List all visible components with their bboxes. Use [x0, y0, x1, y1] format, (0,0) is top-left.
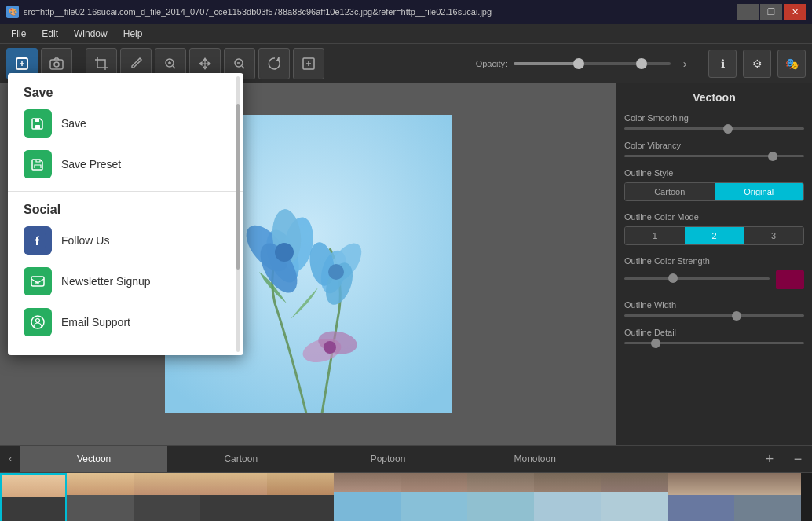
email-label: Email Support — [61, 316, 130, 328]
film-thumb-9 — [534, 473, 601, 521]
svg-rect-6 — [35, 125, 40, 129]
outline-detail-thumb[interactable] — [651, 339, 660, 348]
opacity-thumb-right[interactable] — [636, 58, 647, 69]
outline-mode-2-btn[interactable]: 2 — [685, 227, 744, 244]
tool-btn-export[interactable] — [293, 48, 324, 79]
effects-btn[interactable]: 🎭 — [777, 50, 806, 78]
scrollbar-track — [236, 76, 240, 352]
facebook-icon — [24, 226, 52, 255]
film-item-10[interactable]: Vectoon 10 — [601, 473, 668, 521]
email-icon — [24, 308, 52, 336]
outline-detail-label: Outline Detail — [624, 328, 804, 337]
toolbar-separator-1 — [79, 52, 79, 75]
color-vibrancy-thumb[interactable] — [768, 152, 777, 161]
save-item[interactable]: Save — [8, 103, 243, 144]
follow-us-item[interactable]: Follow Us — [8, 220, 243, 261]
outline-width-thumb[interactable] — [732, 311, 741, 321]
svg-point-20 — [275, 243, 294, 262]
color-smoothing-slider[interactable] — [624, 127, 804, 130]
outline-color-strength-label: Outline Color Strength — [624, 256, 804, 266]
opacity-thumb-left[interactable] — [573, 58, 584, 69]
window-title: src=http__file02.16sucai.com_d_file_2014… — [24, 7, 492, 17]
color-strength-row — [624, 270, 804, 289]
scrollbar-thumb — [236, 104, 240, 270]
newsletter-label: Newsletter Signup — [61, 275, 151, 288]
color-smoothing-label: Color Smoothing — [624, 113, 804, 123]
film-thumb-8 — [467, 473, 534, 521]
color-smoothing-thumb[interactable] — [723, 124, 733, 134]
save-preset-item[interactable]: Save Preset — [8, 144, 243, 185]
email-support-item[interactable]: Email Support — [8, 302, 243, 343]
color-smoothing-section: Color Smoothing — [624, 113, 804, 130]
close-button[interactable]: ✕ — [784, 4, 806, 20]
film-item-8[interactable]: Vectoon 08 — [467, 473, 534, 521]
film-thumb-5 — [267, 473, 334, 521]
film-item-2[interactable]: Vectoon 02 — [67, 473, 134, 521]
menu-file[interactable]: File — [3, 25, 34, 42]
outline-style-label: Outline Style — [624, 168, 804, 178]
add-tab-btn[interactable]: + — [755, 446, 784, 472]
outline-style-group: Cartoon Original — [624, 182, 804, 201]
opacity-label: Opacity: — [476, 59, 507, 68]
film-item-4[interactable]: Vectoon 04 — [200, 473, 267, 521]
outline-mode-3-btn[interactable]: 3 — [744, 227, 803, 244]
tab-vectoon[interactable]: Vectoon — [20, 446, 167, 472]
tool-btn-rotate[interactable] — [258, 48, 290, 79]
svg-rect-9 — [31, 277, 44, 286]
color-vibrancy-slider[interactable] — [624, 155, 804, 157]
svg-point-25 — [328, 264, 344, 280]
minimize-button[interactable]: — — [737, 4, 759, 20]
outline-color-strength-section: Outline Color Strength — [624, 256, 804, 289]
outline-color-mode-group: 1 2 3 — [624, 226, 804, 245]
menu-edit[interactable]: Edit — [34, 25, 66, 42]
svg-point-2 — [54, 62, 59, 67]
tab-cartoon[interactable]: Cartoon — [167, 446, 314, 472]
newsletter-item[interactable]: Newsletter Signup — [8, 261, 243, 302]
remove-tab-btn[interactable]: − — [784, 446, 812, 472]
outline-color-mode-section: Outline Color Mode 1 2 3 — [624, 212, 804, 245]
film-item-3[interactable]: Vectoon 03 — [134, 473, 200, 521]
app-icon: 🎨 — [6, 6, 19, 18]
opacity-slider[interactable] — [514, 62, 671, 65]
title-controls: — ❐ ✕ — [737, 4, 806, 20]
film-item-6[interactable]: Vectoon 06 — [334, 473, 401, 521]
menu-help[interactable]: Help — [115, 25, 151, 42]
right-icons: ℹ ⚙ 🎭 — [708, 50, 806, 78]
film-item-1[interactable]: Vectoon 01 — [0, 473, 67, 521]
outline-style-section: Outline Style Cartoon Original — [624, 168, 804, 201]
info-btn[interactable]: ℹ — [708, 50, 737, 78]
outline-original-btn[interactable]: Original — [715, 183, 804, 200]
settings-btn[interactable]: ⚙ — [743, 50, 771, 78]
film-item-9[interactable]: Vectoon 09 — [534, 473, 601, 521]
film-thumb-2 — [67, 473, 134, 521]
dropdown-divider-1 — [8, 191, 243, 192]
save-section-title: Save — [8, 81, 243, 103]
film-item-5[interactable]: Vectoon 05 — [267, 473, 334, 521]
film-item-7[interactable]: Vectoon 07 — [401, 473, 467, 521]
tab-monotoon[interactable]: Monotoon — [462, 446, 609, 472]
outline-color-strength-thumb[interactable] — [668, 273, 678, 283]
outline-mode-1-btn[interactable]: 1 — [625, 227, 685, 244]
tab-poptoon[interactable]: Poptoon — [314, 446, 461, 472]
outline-detail-slider[interactable] — [624, 342, 804, 344]
newsletter-icon — [24, 267, 52, 295]
menu-window[interactable]: Window — [66, 25, 115, 42]
svg-point-28 — [324, 341, 336, 354]
film-thumb-3 — [134, 473, 200, 521]
outline-cartoon-btn[interactable]: Cartoon — [625, 183, 715, 200]
film-thumb-1 — [0, 473, 67, 521]
film-thumb-4 — [200, 473, 267, 521]
title-bar: 🎨 src=http__file02.16sucai.com_d_file_20… — [0, 0, 812, 24]
outline-width-section: Outline Width — [624, 300, 804, 317]
film-item-12[interactable]: Vectoon 12 — [734, 473, 801, 521]
opacity-arrow[interactable]: › — [677, 56, 693, 72]
color-vibrancy-label: Color Vibrancy — [624, 141, 804, 150]
outline-color-strength-slider[interactable] — [624, 277, 770, 280]
outline-width-slider[interactable] — [624, 314, 804, 317]
film-item-11[interactable]: Vectoon 11 — [668, 473, 734, 521]
dropdown-scrollbar[interactable] — [236, 73, 240, 355]
tab-arrow-left[interactable]: ‹ — [0, 446, 20, 472]
color-swatch[interactable] — [776, 270, 804, 289]
opacity-slider-container[interactable] — [514, 62, 671, 65]
maximize-button[interactable]: ❐ — [760, 4, 782, 20]
